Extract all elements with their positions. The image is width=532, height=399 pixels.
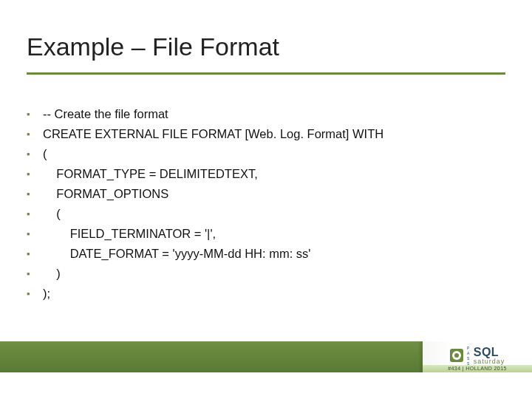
bullet-icon: ▪ xyxy=(27,246,43,262)
code-text: ( xyxy=(43,206,61,221)
code-line: ▪ ); xyxy=(27,286,505,301)
code-text: FIELD_TERMINATOR = '|', xyxy=(43,226,216,241)
code-text: ); xyxy=(43,286,50,301)
code-text: DATE_FORMAT = 'yyyy-MM-dd HH: mm: ss' xyxy=(43,246,310,261)
code-line: ▪ FORMAT_OPTIONS xyxy=(27,186,505,202)
bullet-icon: ▪ xyxy=(27,106,43,122)
bullet-icon: ▪ xyxy=(27,206,43,222)
bullet-icon: ▪ xyxy=(27,146,43,162)
code-line: ▪ ( xyxy=(27,206,505,222)
logo-pass-label: PASS xyxy=(466,346,471,366)
code-line: ▪ ) xyxy=(27,266,505,282)
code-text: FORMAT_OPTIONS xyxy=(43,186,168,201)
slide: Example – File Format ▪ -- Create the fi… xyxy=(0,0,532,399)
bullet-icon: ▪ xyxy=(27,226,43,242)
code-line: ▪ DATE_FORMAT = 'yyyy-MM-dd HH: mm: ss' xyxy=(27,246,505,262)
code-text: CREATE EXTERNAL FILE FORMAT [Web. Log. F… xyxy=(43,126,383,141)
code-text: ) xyxy=(43,266,61,281)
code-block: ▪ -- Create the file format ▪ CREATE EXT… xyxy=(27,106,505,306)
pass-badge-icon xyxy=(450,349,463,362)
logo-sql-text: SQL xyxy=(474,347,505,358)
bullet-icon: ▪ xyxy=(27,186,43,202)
code-line: ▪ FIELD_TERMINATOR = '|', xyxy=(27,226,505,242)
title-underline xyxy=(27,72,505,75)
slide-title: Example – File Format xyxy=(27,33,279,61)
footer-bar: PASS SQL saturday #434 | HOLLAND 2015 xyxy=(0,341,532,372)
code-line: ▪ -- Create the file format xyxy=(27,106,505,122)
bullet-icon: ▪ xyxy=(27,266,43,282)
code-text: FORMAT_TYPE = DELIMITEDTEXT, xyxy=(43,166,258,181)
footer-logo-panel: PASS SQL saturday #434 | HOLLAND 2015 xyxy=(423,341,532,372)
logo-saturday-text: saturday xyxy=(474,358,505,365)
code-line: ▪ ( xyxy=(27,146,505,162)
bottom-margin xyxy=(0,372,532,399)
bullet-icon: ▪ xyxy=(27,166,43,182)
footer-green-bar xyxy=(0,341,423,372)
code-text: ( xyxy=(43,146,47,161)
code-text: -- Create the file format xyxy=(43,106,168,121)
bullet-icon: ▪ xyxy=(27,126,43,142)
bullet-icon: ▪ xyxy=(27,286,43,301)
event-strip: #434 | HOLLAND 2015 xyxy=(423,365,532,372)
logo-text: SQL saturday xyxy=(474,347,505,365)
code-line: ▪ CREATE EXTERNAL FILE FORMAT [Web. Log.… xyxy=(27,126,505,142)
code-line: ▪ FORMAT_TYPE = DELIMITEDTEXT, xyxy=(27,166,505,182)
sql-saturday-logo: PASS SQL saturday xyxy=(450,345,505,366)
